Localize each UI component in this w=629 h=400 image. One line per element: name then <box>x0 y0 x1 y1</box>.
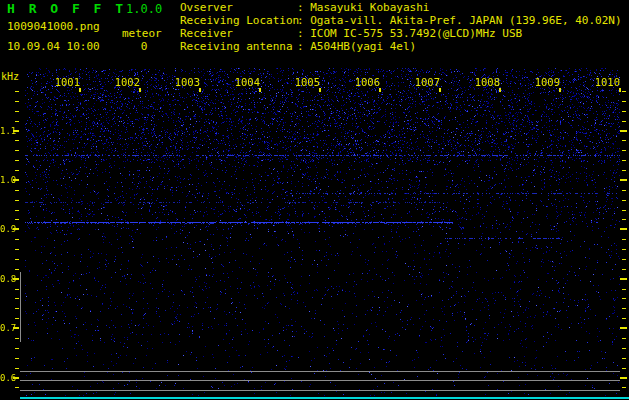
freq-tick-minor <box>622 121 626 122</box>
freq-tick-minor <box>622 190 626 191</box>
freq-tick-minor <box>15 289 19 290</box>
observation-datetime: 10.09.04 10:00 <box>7 40 100 53</box>
freq-axis-label: 0.7 <box>0 323 14 333</box>
freq-axis-label: 0.8 <box>0 274 14 284</box>
time-tick <box>379 88 381 92</box>
freq-tick-minor <box>15 308 19 309</box>
freq-tick-minor <box>15 200 19 201</box>
freq-tick-minor <box>622 140 626 141</box>
freq-tick-minor <box>622 101 626 102</box>
freq-tick-minor <box>622 308 626 309</box>
time-tick <box>499 88 501 92</box>
level-gridline <box>20 380 620 381</box>
freq-tick-minor <box>15 259 19 260</box>
freq-tick-minor <box>15 150 19 151</box>
freq-tick-minor <box>622 219 626 220</box>
freq-tick-minor <box>622 298 626 299</box>
freq-axis-label: 0.6 <box>0 373 14 383</box>
station-info-block: OvserverMasayuki Kobayashi Receiving Loc… <box>180 1 622 53</box>
info-label: Ovserver <box>180 1 297 14</box>
freq-tick-minor <box>622 91 626 92</box>
freq-tick-minor <box>15 91 19 92</box>
freq-tick-minor <box>622 210 626 211</box>
time-axis-label: 1010 <box>592 77 620 88</box>
freq-tick-minor <box>622 200 626 201</box>
hrofft-screen: H R O F F T 1.0.0 1009041000.png meteor … <box>0 0 629 400</box>
freq-axis-unit: kHz <box>1 71 19 82</box>
time-axis-label: 1004 <box>232 77 260 88</box>
meteor-count-value: 0 <box>132 40 156 53</box>
freq-tick-minor <box>622 348 626 349</box>
freq-tick-minor <box>622 239 626 240</box>
time-axis-label: 1008 <box>472 77 500 88</box>
freq-tick-minor <box>15 111 19 112</box>
freq-tick-minor <box>15 121 19 122</box>
freq-tick-minor <box>622 111 626 112</box>
freq-tick-minor <box>15 348 19 349</box>
freq-tick-major <box>620 179 627 181</box>
freq-tick-minor <box>622 289 626 290</box>
freq-tick-major <box>620 327 627 329</box>
freq-tick-major <box>620 228 627 230</box>
freq-tick-minor <box>622 318 626 319</box>
time-tick <box>199 88 201 92</box>
info-row-antenna: Receiving antennaA504HB(yagi 4el) <box>180 40 622 53</box>
info-label: Receiver <box>180 27 297 40</box>
freq-tick-minor <box>15 269 19 270</box>
freq-tick-minor <box>622 150 626 151</box>
freq-tick-minor <box>622 387 626 388</box>
signal-level-trace <box>20 397 629 399</box>
time-axis-label: 1003 <box>172 77 200 88</box>
info-value: A504HB(yagi 4el) <box>297 40 416 53</box>
freq-tick-minor <box>15 387 19 388</box>
freq-tick-minor <box>15 358 19 359</box>
time-tick <box>319 88 321 92</box>
time-tick <box>139 88 141 92</box>
app-version: 1.0.0 <box>126 2 162 16</box>
spectrogram-canvas <box>25 68 620 396</box>
time-axis-label: 1001 <box>52 77 80 88</box>
freq-tick-minor <box>15 140 19 141</box>
freq-tick-minor <box>622 259 626 260</box>
level-gridline <box>20 371 620 372</box>
time-axis-label: 1002 <box>112 77 140 88</box>
time-axis-label: 1005 <box>292 77 320 88</box>
freq-tick-minor <box>15 239 19 240</box>
info-value: Masayuki Kobayashi <box>297 1 429 14</box>
freq-tick-major <box>620 377 627 379</box>
info-row-location: Receiving LocationOgata-vill. Akita-Pref… <box>180 14 622 27</box>
time-axis-label: 1006 <box>352 77 380 88</box>
time-tick <box>439 88 441 92</box>
freq-tick-minor <box>15 249 19 250</box>
info-row-observer: OvserverMasayuki Kobayashi <box>180 1 622 14</box>
time-tick <box>259 88 261 92</box>
freq-tick-minor <box>622 249 626 250</box>
freq-tick-minor <box>15 190 19 191</box>
freq-axis-label: 0.9 <box>0 224 14 234</box>
freq-tick-minor <box>622 368 626 369</box>
info-value: Ogata-vill. Akita-Pref. JAPAN (139.96E, … <box>297 14 622 27</box>
level-gridline <box>20 390 620 391</box>
time-axis-label: 1009 <box>532 77 560 88</box>
freq-tick-minor <box>15 101 19 102</box>
info-value: ICOM IC-575 53.7492(@LCD)MHz USB <box>297 27 522 40</box>
info-label: Receiving Location <box>180 14 297 27</box>
level-axis-vertical-line <box>20 272 21 342</box>
freq-tick-minor <box>15 338 19 339</box>
freq-tick-minor <box>15 210 19 211</box>
freq-tick-minor <box>15 318 19 319</box>
freq-axis-label: 1.0 <box>0 175 14 185</box>
freq-tick-minor <box>622 170 626 171</box>
freq-tick-major <box>620 130 627 132</box>
file-name: 1009041000.png <box>7 20 100 33</box>
freq-tick-major <box>620 278 627 280</box>
freq-tick-minor <box>15 160 19 161</box>
time-tick <box>619 88 621 92</box>
time-tick <box>559 88 561 92</box>
info-label: Receiving antenna <box>180 40 297 53</box>
freq-tick-minor <box>622 358 626 359</box>
freq-tick-minor <box>15 170 19 171</box>
freq-tick-minor <box>15 298 19 299</box>
freq-tick-minor <box>622 338 626 339</box>
info-row-receiver: ReceiverICOM IC-575 53.7492(@LCD)MHz USB <box>180 27 622 40</box>
